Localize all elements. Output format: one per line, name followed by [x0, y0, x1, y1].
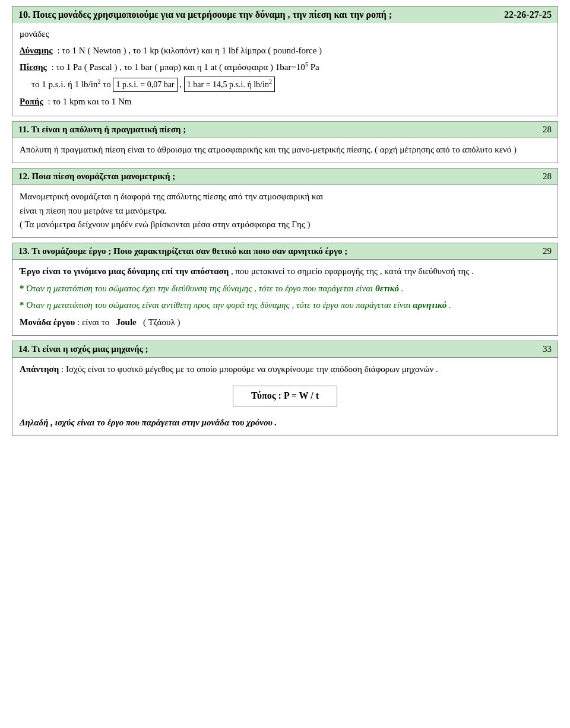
q10-piesis-row2: το 1 p.s.i. ή 1 lb/in2 το 1 p.s.i. = 0,0… — [31, 77, 550, 92]
q12-line2: είναι η πίεση που μετράνε τα μανόμετρα. — [20, 204, 550, 218]
q13-header-text: 13. Τι ονομάζουμε έργο ; Ποιο χαρακτηρίζ… — [18, 246, 347, 256]
q14-header: 14. Τι είναι η ισχύς μιας μηχανής ; 33 — [12, 341, 558, 358]
q10-content: μονάδες Δύναμης : το 1 N ( Newton ) , το… — [12, 23, 558, 116]
piesis-line2-text: το 1 p.s.i. ή 1 lb/in — [31, 80, 97, 89]
q13-page-ref: 29 — [543, 246, 552, 256]
piesis-text1: : το 1 Pa ( Pascal ) , το 1 bar ( μπαρ) … — [51, 62, 305, 72]
q14-last-line: Δηλαδή , ισχύς είναι το έργο που παράγετ… — [20, 416, 550, 430]
q13-monada: Μονάδα έργου : είναι το Joule ( Τζάουλ ) — [20, 316, 550, 329]
q11-header: 11. Τι είναι η απόλυτη ή πραγματική πίεσ… — [12, 121, 558, 138]
q14-answer-text: Απάντηση : Ισχύς είναι το φυσικό μέγεθος… — [20, 363, 550, 376]
section-q14: 14. Τι είναι η ισχύς μιας μηχανής ; 33 Α… — [12, 341, 558, 436]
piesis-comma: , — [179, 80, 184, 89]
q13-bullet1: * Όταν η μετατόπιση του σώματος έχει την… — [20, 282, 550, 295]
q10-dynamis-row: Δύναμης : το 1 N ( Newton ) , το 1 kp (κ… — [20, 43, 550, 58]
q12-line3: ( Τα μανόμετρα δείχνουν μηδέν ενώ βρίσκο… — [20, 218, 550, 231]
piesis-box2: 1 bar = 14,5 p.s.i. ή lb/in2 — [184, 77, 275, 92]
q10-piesis-row: Πίεσης : το 1 Pa ( Pascal ) , το 1 bar (… — [20, 60, 550, 74]
q12-answer: Μανομετρική ονομάζεται η διαφορά της από… — [12, 185, 558, 238]
q14-answer: Απάντηση : Ισχύς είναι το φυσικό μέγεθος… — [12, 358, 558, 436]
piesis-sup2: 2 — [97, 78, 100, 85]
q10-header: 10. Ποιες μονάδες χρησιμοποιούμε για να … — [12, 7, 558, 23]
q14-page-ref: 33 — [543, 344, 552, 354]
q12-header-text: 12. Ποια πίεση ονομάζεται μανομετρική ; — [18, 171, 175, 182]
q10-page-ref: 22-26-27-25 — [504, 9, 552, 20]
q11-header-text: 11. Τι είναι η απόλυτη ή πραγματική πίεσ… — [18, 125, 186, 135]
q14-formula: Τύπος : P = W / t — [233, 386, 337, 406]
q13-bullet2: * Όταν η μετατόπιση του σώματος είναι αν… — [20, 298, 550, 312]
q13-header: 13. Τι ονομάζουμε έργο ; Ποιο χαρακτηρίζ… — [12, 243, 558, 260]
q13-answer: Έργο είναι το γινόμενο μιας δύναμης επί … — [12, 260, 558, 336]
section-q11: 11. Τι είναι η απόλυτη ή πραγματική πίεσ… — [12, 121, 558, 163]
q12-line1: Μανομετρική ονομάζεται η διαφορά της από… — [20, 190, 550, 204]
piesis-text2: Pa — [308, 62, 319, 72]
q13-intro: Έργο είναι το γινόμενο μιας δύναμης επί … — [20, 265, 550, 278]
dynamis-text: : το 1 N ( Newton ) , το 1 kp (κιλοπόντ)… — [57, 46, 322, 55]
star1-icon: * — [20, 284, 24, 293]
q11-page-ref: 28 — [543, 125, 552, 135]
q14-formula-box: Τύπος : P = W / t — [20, 382, 550, 410]
piesis-label: Πίεσης — [20, 60, 47, 74]
q10-subheading: μονάδες — [20, 27, 550, 41]
q12-page-ref: 28 — [543, 171, 552, 182]
q11-answer-text: Απόλυτη ή πραγματική πίεση είναι το άθρο… — [20, 143, 550, 157]
dynamis-label: Δύναμης — [20, 43, 53, 58]
q10-ropis-row: Ροπής : το 1 kpm και το 1 Nm — [20, 94, 550, 109]
section-q10: 10. Ποιες μονάδες χρησιμοποιούμε για να … — [12, 6, 558, 116]
ropis-label: Ροπής — [20, 94, 43, 109]
section-q12: 12. Ποια πίεση ονομάζεται μανομετρική ; … — [12, 168, 558, 238]
ropis-text: : το 1 kpm και το 1 Nm — [48, 97, 131, 106]
section-q13: 13. Τι ονομάζουμε έργο ; Ποιο χαρακτηρίζ… — [12, 243, 558, 336]
q12-header: 12. Ποια πίεση ονομάζεται μανομετρική ; … — [12, 168, 558, 185]
q14-header-text: 14. Τι είναι η ισχύς μιας μηχανής ; — [18, 344, 148, 354]
piesis-box1: 1 p.s.i. = 0,07 bar — [113, 78, 177, 92]
star2-icon: * — [20, 300, 24, 310]
q10-header-text: 10. Ποιες μονάδες χρησιμοποιούμε για να … — [18, 9, 392, 20]
piesis-text3: το — [103, 80, 111, 89]
q11-answer: Απόλυτη ή πραγματική πίεση είναι το άθρο… — [12, 138, 558, 163]
